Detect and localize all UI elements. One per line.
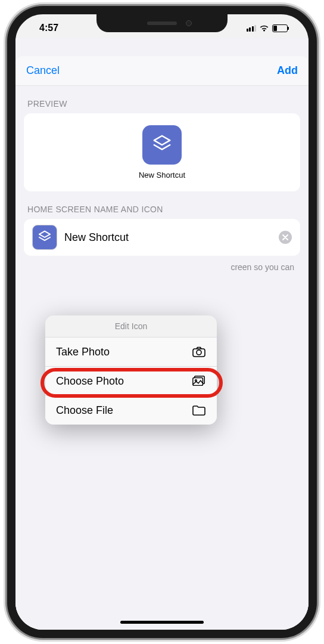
name-icon-header: HOME SCREEN NAME AND ICON xyxy=(15,191,309,219)
choose-photo-item[interactable]: Choose Photo xyxy=(45,367,217,396)
preview-label: New Shortcut xyxy=(139,171,185,179)
cancel-button[interactable]: Cancel xyxy=(26,64,60,77)
cellular-icon xyxy=(247,25,257,32)
choose-photo-label: Choose Photo xyxy=(56,375,124,388)
popup-title: Edit Icon xyxy=(45,315,217,338)
shortcuts-glyph-icon xyxy=(151,134,173,156)
add-button[interactable]: Add xyxy=(277,64,298,77)
take-photo-label: Take Photo xyxy=(56,346,110,358)
battery-icon xyxy=(272,24,288,32)
status-time: 4:57 xyxy=(39,23,58,33)
speaker xyxy=(147,21,177,25)
front-camera xyxy=(186,20,192,26)
folder-icon xyxy=(192,403,206,417)
preview-header: PREVIEW xyxy=(15,86,309,113)
edit-icon-menu: Edit Icon Take Photo Choose Photo xyxy=(45,315,217,425)
home-indicator[interactable] xyxy=(120,621,204,624)
photos-icon xyxy=(192,374,206,388)
preview-card: New Shortcut xyxy=(24,113,300,191)
choose-file-item[interactable]: Choose File xyxy=(45,396,217,425)
nav-bar: Cancel Add xyxy=(15,56,309,86)
take-photo-item[interactable]: Take Photo xyxy=(45,338,217,367)
choose-file-label: Choose File xyxy=(56,404,113,417)
shortcut-name-input[interactable] xyxy=(64,231,272,244)
notch xyxy=(96,14,228,32)
camera-icon xyxy=(192,345,206,359)
iphone-frame: 4:57 Cancel Add PREVIEW xyxy=(7,6,317,638)
svg-point-1 xyxy=(197,350,201,355)
helper-text: creen so you can xyxy=(15,256,309,278)
preview-app-icon xyxy=(142,125,182,165)
icon-picker-button[interactable] xyxy=(32,225,57,250)
xmark-icon xyxy=(282,234,288,240)
name-icon-row xyxy=(24,219,300,256)
status-indicators xyxy=(247,24,288,32)
shortcuts-glyph-small-icon xyxy=(37,230,52,245)
clear-text-button[interactable] xyxy=(279,231,292,244)
screen-content: Cancel Add PREVIEW New Shortcut HOME SCR… xyxy=(15,38,309,630)
wifi-icon xyxy=(259,24,269,32)
